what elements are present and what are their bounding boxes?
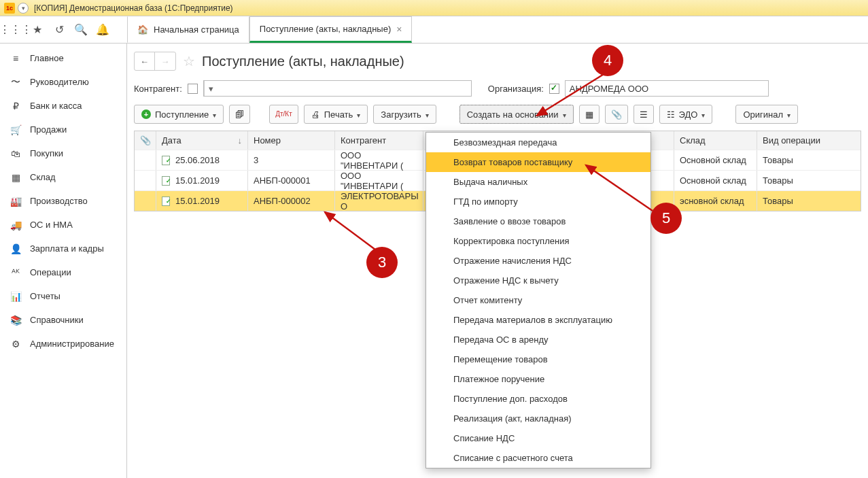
sidebar-item-label: Администрирование [30,339,114,349]
menu-item[interactable]: Заявление о ввозе товаров [426,211,650,231]
org-value: АНДРОМЕДА ООО [570,84,648,94]
sidebar-item-label: Операции [30,267,71,277]
print-button[interactable]: 🖨Печать [304,105,368,124]
cell-date: 25.06.2018 [156,150,248,170]
sidebar-item-main[interactable]: ≡Главное [0,46,126,70]
menu-item[interactable]: Списание НДС [426,428,650,448]
caret-icon [213,109,216,120]
app-icon: 1c [4,3,15,14]
sidebar-item-purchases[interactable]: 🛍Покупки [0,141,126,165]
bell-icon[interactable]: 🔔 [97,24,109,36]
page-title: Поступление (акты, накладные) [202,54,404,69]
contractor-input[interactable] [203,80,472,97]
th-number[interactable]: Номер [248,131,335,150]
tab-home[interactable]: 🏠 Начальная страница [127,16,249,43]
cell-op: Товары [757,150,861,170]
create-based-on-button[interactable]: Создать на основании [459,105,574,124]
cell-date: 15.01.2019 [156,171,248,190]
sidebar-item-label: Зарплата и кадры [30,243,104,254]
menu-item[interactable]: Перемещение товаров [426,349,650,369]
stack-icon: ☷ [667,109,675,120]
th-contractor-label: Контрагент [341,135,386,146]
title-bar: 1c [КОПИЯ] Демонстрационная база (1С:Пре… [0,0,868,16]
th-op-label: Вид операции [763,135,820,146]
sidebar-item-assets[interactable]: 🚚ОС и НМА [0,213,126,237]
menu-item[interactable]: Возврат товаров поставщику [426,152,650,172]
cell-warehouse: Основной склад [674,171,757,190]
th-contractor[interactable]: Контрагент [335,131,423,150]
nav-buttons: ← → [134,52,176,71]
sidebar-item-reports[interactable]: 📊Отчеты [0,284,126,308]
sidebar-item-operations[interactable]: ᴬᴷОперации [0,260,126,284]
cell-warehouse: эсновной склад [674,191,757,211]
attachment-button[interactable]: 📎 [605,105,628,124]
menu-item[interactable]: Списание с расчетного счета [426,448,650,468]
chart-icon: 📊 [10,291,22,302]
document-icon [162,156,171,165]
contractor-checkbox[interactable] [188,84,198,94]
back-button[interactable]: ← [135,52,155,70]
favorite-star-icon[interactable]: ☆ [183,53,195,69]
sidebar-item-label: Банк и касса [30,101,82,111]
caret-icon [701,109,705,120]
history-icon[interactable]: ↺ [53,24,65,36]
sidebar-item-manager[interactable]: 〜Руководителю [0,70,126,94]
load-button[interactable]: Загрузить [373,105,436,124]
apps-icon[interactable]: ⋮⋮⋮ [10,24,22,36]
cell-date: 15.01.2019 [156,191,248,211]
menu-item[interactable]: Корректировка поступления [426,231,650,251]
menu-item[interactable]: Выдача наличных [426,172,650,192]
star-icon[interactable]: ★ [31,24,44,36]
menu-item[interactable]: Отражение начисления НДС [426,251,650,271]
menu-item[interactable]: Отражение НДС к вычету [426,271,650,290]
sidebar: ≡Главное 〜Руководителю ₽Банк и касса 🛒Пр… [0,44,127,478]
th-attachment[interactable]: 📎 [135,131,156,150]
sidebar-item-label: Руководителю [30,77,89,87]
close-icon[interactable]: × [396,24,402,35]
sidebar-item-warehouse[interactable]: ▦Склад [0,165,126,189]
receipt-label: Поступление [155,109,209,120]
content-area: ← → ☆ Поступление (акты, накладные) Конт… [127,44,868,478]
print-label: Печать [324,109,353,120]
sidebar-item-production[interactable]: 🏭Производство [0,189,126,213]
menu-item[interactable]: Отчет комитенту [426,290,650,310]
th-warehouse[interactable]: Склад [674,131,757,150]
layout-button[interactable]: ▦ [579,105,600,124]
sidebar-item-hr[interactable]: 👤Зарплата и кадры [0,237,126,260]
th-date[interactable]: Дата↓ [156,131,248,150]
receipt-button[interactable]: +Поступление [134,105,224,124]
copy-button[interactable]: 🗐 [229,105,250,124]
forward-button[interactable]: → [155,52,175,70]
cell-attach [135,191,156,211]
list-button[interactable]: ☰ [633,105,654,124]
menu-item[interactable]: Передача ОС в аренду [426,330,650,349]
sidebar-item-admin[interactable]: ⚙Администрирование [0,332,126,356]
menu-item[interactable]: ГТД по импорту [426,192,650,211]
sidebar-item-sales[interactable]: 🛒Продажи [0,118,126,141]
org-checkbox[interactable] [549,84,559,94]
tab-active[interactable]: Поступление (акты, накладные) × [249,16,413,43]
title-dropdown[interactable] [18,3,29,14]
sidebar-item-label: Продажи [30,124,67,135]
dtkt-button[interactable]: Дт/Кт [269,105,298,124]
paperclip-icon: 📎 [140,135,151,146]
menu-item[interactable]: Реализация (акт, накладная) [426,409,650,428]
caret-icon [357,109,360,120]
sidebar-item-bank[interactable]: ₽Банк и касса [0,94,126,118]
th-operation[interactable]: Вид операции [757,131,861,150]
menu-item[interactable]: Безвозмездная передача [426,133,650,152]
search-icon[interactable]: 🔍 [75,24,87,36]
edo-button[interactable]: ☷ЭДО [659,105,713,124]
callout-5: 5 [650,203,682,234]
callout-3: 3 [366,247,398,278]
menu-item[interactable]: Поступление доп. расходов [426,389,650,409]
menu-item[interactable]: Передача материалов в эксплуатацию [426,310,650,330]
cell-contractor: ЭЛЕКТРОТОВАРЫ О [335,191,423,211]
cell-op: Товары [757,171,861,190]
org-input[interactable]: АНДРОМЕДА ООО [565,80,769,97]
menu-item[interactable]: Платежное поручение [426,369,650,389]
original-button[interactable]: Оригинал [735,105,798,124]
sidebar-item-directories[interactable]: 📚Справочники [0,308,126,332]
dtkt-icon: Дт/Кт [275,111,292,118]
caret-icon [563,109,566,120]
